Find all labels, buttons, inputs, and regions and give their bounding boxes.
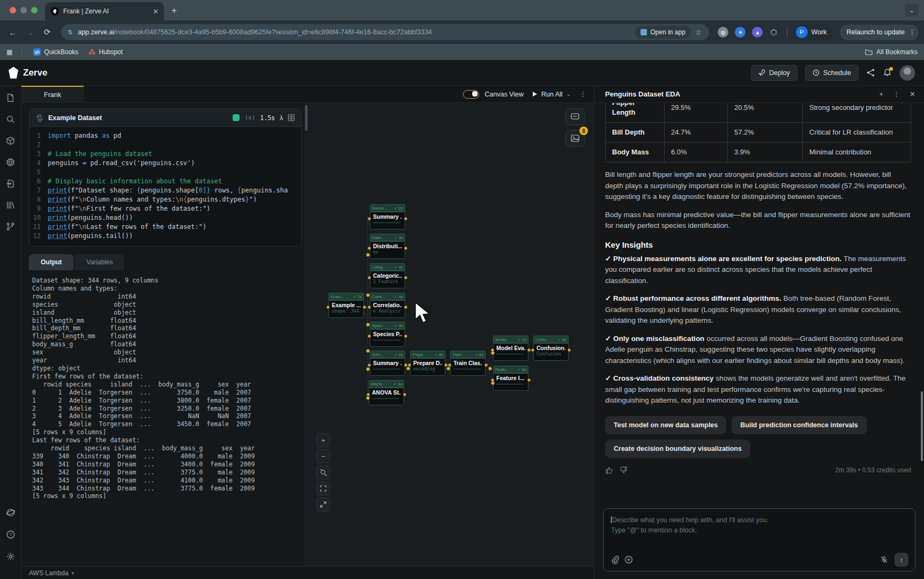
- node-body[interactable]: Distributi... on: [370, 241, 405, 259]
- node-input-port[interactable]: [368, 217, 371, 220]
- relaunch-button[interactable]: Relaunch to update ⋮: [840, 25, 919, 40]
- code-line[interactable]: 7print(f"Dataset shape: {penguins.shape[…: [29, 186, 301, 195]
- git-branch-icon[interactable]: [6, 222, 15, 231]
- code-line[interactable]: 3# Load the penguins dataset: [29, 150, 301, 159]
- node-output-port[interactable]: [527, 378, 531, 382]
- suggestion-chip[interactable]: Test model on new data samples: [605, 416, 726, 434]
- node-body[interactable]: Summary ... ──────────: [370, 358, 405, 376]
- node-body[interactable]: Train Clas... ──────────: [450, 358, 486, 376]
- suggestion-chip[interactable]: Build prediction confidence intervals: [732, 416, 866, 434]
- node-output-port[interactable]: [363, 306, 366, 309]
- canvas-node[interactable]: Categ...✓ 4s Categoric... 1 Feature: [370, 271, 405, 288]
- tab-close-icon[interactable]: ✕: [153, 8, 159, 16]
- minimize-window-button[interactable]: [20, 7, 27, 13]
- url-text[interactable]: app.zerve.ai/notebook/04875625-dce3-4a95…: [78, 28, 635, 36]
- edge-junction-dot[interactable]: [488, 367, 492, 370]
- node-input-port[interactable]: [368, 306, 371, 309]
- schedule-button[interactable]: Schedule: [805, 65, 859, 81]
- copilot-icon[interactable]: [6, 508, 16, 517]
- environment-bar[interactable]: AWS Lambda ▾: [21, 566, 594, 579]
- edge-junction-dot[interactable]: [366, 349, 370, 353]
- panel-scrollbar-thumb[interactable]: [921, 391, 923, 461]
- lambda-icon[interactable]: λ: [280, 114, 283, 122]
- search-icon[interactable]: [6, 115, 15, 124]
- canvas-node[interactable]: ANOV...✓ 3s ANOVA St... ──────────: [369, 388, 404, 405]
- panel-close-icon[interactable]: ✕: [910, 90, 915, 98]
- browser-menu-icon[interactable]: ⋮: [909, 28, 915, 36]
- run-all-button[interactable]: Run All ⌄: [532, 91, 571, 98]
- node-body[interactable]: ANOVA St... ──────────: [369, 388, 404, 405]
- canvas-node[interactable]: Corre...✓ 4s Correlatio... n Analysis: [370, 300, 405, 318]
- zoom-in-button[interactable]: +: [316, 433, 330, 447]
- export-icon[interactable]: [6, 179, 15, 188]
- code-line[interactable]: 2: [29, 140, 301, 150]
- node-output-port[interactable]: [444, 363, 448, 367]
- media-outputs-button[interactable]: 8: [565, 130, 585, 147]
- node-body[interactable]: Prepare D... encoding: [410, 358, 445, 376]
- node-output-port[interactable]: [485, 363, 488, 367]
- open-in-app-chip[interactable]: Open in app: [635, 26, 690, 39]
- new-chat-button[interactable]: +: [880, 90, 884, 98]
- profile-chip[interactable]: P Work: [794, 25, 833, 40]
- bookmark-hubspot[interactable]: ⁂ Hubspot: [85, 48, 126, 56]
- canvas-node[interactable]: Exam...✓ 2s Example ... shape: 344: [329, 300, 364, 318]
- forward-button[interactable]: →: [23, 25, 38, 40]
- variables-icon[interactable]: (x): [244, 114, 255, 121]
- node-output-port[interactable]: [527, 348, 531, 352]
- new-tab-button[interactable]: +: [172, 5, 177, 16]
- bookmark-quickbooks[interactable]: qb QuickBooks: [30, 48, 81, 56]
- edge-junction-dot[interactable]: [366, 323, 370, 326]
- dag-canvas[interactable]: Summ...✓ 2s Summary ... ────────── Distr…: [308, 103, 594, 566]
- extension-icon-3[interactable]: ▲: [752, 27, 763, 38]
- canvas-view-toggle[interactable]: [463, 90, 479, 99]
- close-window-button[interactable]: [10, 7, 16, 13]
- edge-junction-dot[interactable]: [366, 253, 370, 257]
- comments-button[interactable]: [565, 108, 585, 125]
- browser-tab[interactable]: Frank | Zerve AI ✕: [45, 2, 164, 20]
- assistant-input-box[interactable]: Describe what you need help with, and I'…: [603, 508, 915, 571]
- edge-junction-dot[interactable]: [366, 396, 370, 400]
- node-body[interactable]: Model Eva... ──────────: [493, 343, 528, 361]
- grid-icon[interactable]: [288, 114, 295, 121]
- canvas-menu-icon[interactable]: ⋮: [579, 90, 586, 98]
- zoom-out-button[interactable]: −: [316, 449, 330, 463]
- notifications-bell-icon[interactable]: [883, 68, 892, 77]
- canvas-node[interactable]: Featu...✓ 6s Feature I... ──────────: [493, 373, 528, 391]
- node-input-port[interactable]: [368, 247, 371, 250]
- node-body[interactable]: Summary ... ──────────: [370, 212, 405, 229]
- canvas-node[interactable]: Sum...✓ 2s Summary ... ──────────: [370, 358, 405, 376]
- canvas-node[interactable]: Summ...✓ 2s Summary ... ──────────: [370, 212, 405, 229]
- environment-chevron-icon[interactable]: ▾: [72, 570, 74, 576]
- tab-variables[interactable]: Variables: [74, 254, 124, 270]
- maximize-window-button[interactable]: [31, 7, 38, 13]
- extensions-puzzle-icon[interactable]: ⬡: [770, 28, 777, 36]
- node-body[interactable]: Example ... shape: 344: [329, 300, 364, 318]
- node-input-port[interactable]: [368, 363, 371, 367]
- reload-button[interactable]: ⟳: [40, 25, 55, 40]
- edge-junction-dot[interactable]: [406, 367, 410, 370]
- run-all-chevron-icon[interactable]: ⌄: [567, 91, 571, 97]
- help-icon[interactable]: ?: [6, 530, 16, 539]
- share-icon[interactable]: [866, 68, 875, 77]
- send-button[interactable]: ↑: [895, 553, 908, 567]
- code-line[interactable]: 11print(f"\nLast few rows of the dataset…: [29, 222, 301, 232]
- tab-output[interactable]: Output: [29, 254, 73, 270]
- cube-icon[interactable]: [6, 136, 15, 145]
- code-line[interactable]: 10print(penguins.head()): [29, 213, 301, 222]
- node-output-port[interactable]: [403, 393, 406, 396]
- suggestion-chip[interactable]: Create decision boundary visualizations: [605, 440, 750, 458]
- node-body[interactable]: Feature I... ──────────: [493, 373, 528, 391]
- add-context-icon[interactable]: [624, 555, 633, 564]
- edge-junction-dot[interactable]: [491, 381, 495, 385]
- canvas-node[interactable]: Model...✓ 2s Model Eva... ──────────: [493, 343, 528, 361]
- node-body[interactable]: Categoric... 1 Feature: [370, 271, 405, 288]
- panel-menu-icon[interactable]: ⋮: [893, 90, 900, 98]
- code-line[interactable]: 6# Display basic information about the d…: [29, 177, 301, 186]
- node-output-port[interactable]: [404, 306, 407, 309]
- site-settings-icon[interactable]: ⇅: [68, 29, 73, 36]
- canvas-node[interactable]: Distri...✓ 3s Distributi... on: [370, 241, 405, 259]
- canvas-node[interactable]: Speci...✓ 4s Species P... ──────────: [370, 329, 405, 347]
- code-line[interactable]: 12print(penguins.tail()): [29, 232, 301, 241]
- node-output-port[interactable]: [404, 276, 407, 279]
- scrollbar-thumb[interactable]: [305, 105, 308, 131]
